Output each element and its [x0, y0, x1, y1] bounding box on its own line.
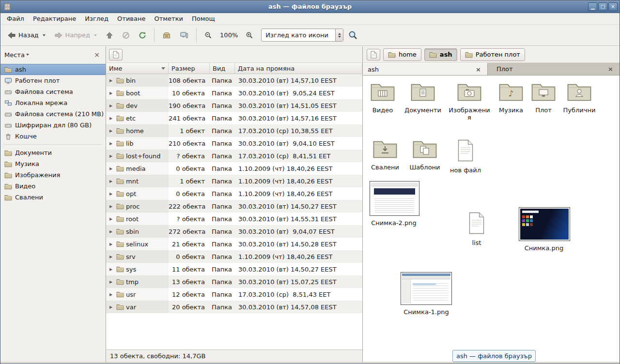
table-row[interactable]: ▶root? обектаПапка30.03.2010 (вт) 14,55,…	[106, 212, 362, 225]
sidebar-item[interactable]: ash	[0, 64, 106, 75]
table-row[interactable]: ▶home1 обектПапка17.03.2010 (ср) 10,38,5…	[106, 124, 362, 137]
zoom-out-button[interactable]	[201, 29, 216, 42]
expander-icon[interactable]: ▶	[109, 179, 114, 183]
path-button-ash[interactable]: ash	[424, 48, 457, 61]
expander-icon[interactable]: ▶	[109, 305, 114, 309]
back-button[interactable]: Назад	[3, 29, 49, 42]
table-row[interactable]: ▶bin108 обектаПапка30.03.2010 (вт) 14,57…	[106, 74, 362, 87]
table-row[interactable]: ▶selinux21 обектаПапка30.03.2010 (вт) 14…	[106, 238, 362, 250]
table-row[interactable]: ▶var20 обектаПапка30.03.2010 (вт) 14,57,…	[106, 301, 362, 313]
table-row[interactable]: ▶usr12 обектаПапка17.03.2010 (ср) 8,51,4…	[106, 288, 362, 301]
expander-icon[interactable]: ▶	[109, 292, 114, 297]
menu-item-bookmarks[interactable]: Отметки	[150, 14, 187, 24]
tab-close-icon[interactable]: ×	[474, 66, 482, 73]
sidebar-item[interactable]: Файлова система (210 MB)	[0, 108, 106, 120]
tab-plot[interactable]: Плот ×	[488, 63, 620, 75]
expander-icon[interactable]: ▶	[109, 217, 114, 221]
expander-icon[interactable]: ▶	[109, 242, 114, 246]
table-row[interactable]: ▶sbin272 обектаПапка30.03.2010 (вт) 9,04…	[106, 225, 362, 238]
menu-item-edit[interactable]: Редактиране	[29, 14, 80, 24]
sidebar-item[interactable]: Файлова система	[0, 86, 106, 97]
menu-item-go[interactable]: Отиване	[113, 14, 150, 24]
table-row[interactable]: ▶tmp13 обектаПапка30.03.2010 (вт) 15,07,…	[106, 275, 362, 288]
view-mode-select[interactable]: Изглед като икони	[261, 29, 343, 42]
stop-button[interactable]	[118, 29, 134, 42]
icon-view-item[interactable]: list	[460, 212, 494, 246]
sidebar-dropdown-icon[interactable]	[26, 54, 29, 56]
sidebar-item[interactable]: Кошче	[0, 131, 106, 142]
table-row[interactable]: ▶etc241 обектаПапка30.03.2010 (вт) 14,57…	[106, 112, 362, 124]
location-toggle-button[interactable]	[109, 49, 123, 61]
reload-button[interactable]	[135, 29, 150, 42]
back-dropdown-icon[interactable]	[43, 34, 46, 36]
expander-icon[interactable]: ▶	[109, 154, 114, 158]
column-modified[interactable]: Дата на промяна	[235, 63, 362, 74]
home-button[interactable]	[158, 29, 175, 42]
sidebar-header[interactable]: Места ×	[0, 46, 106, 63]
sidebar-item[interactable]: Работен плот	[0, 75, 106, 86]
table-row[interactable]: ▶media0 обектаПапка1.10.2009 (чт) 18,40,…	[106, 162, 362, 175]
table-row[interactable]: ▶lib210 обектаПапка30.03.2010 (вт) 9,04,…	[106, 137, 362, 150]
expander-icon[interactable]: ▶	[109, 229, 114, 234]
close-button[interactable]: ×	[608, 2, 618, 11]
expander-icon[interactable]: ▶	[109, 129, 114, 133]
titlebar[interactable]: ash — файлов браузър ▁ □ ×	[0, 0, 620, 13]
expander-icon[interactable]: ▶	[109, 91, 114, 95]
sidebar-item[interactable]: Локална мрежа	[0, 97, 106, 108]
computer-button[interactable]	[176, 29, 192, 42]
location-toggle-button[interactable]	[367, 49, 380, 61]
search-button[interactable]	[344, 28, 362, 43]
expander-icon[interactable]: ▶	[109, 104, 114, 108]
tab-ash[interactable]: ash ×	[363, 63, 488, 75]
sidebar-item[interactable]: Свалени	[0, 192, 106, 203]
expander-icon[interactable]: ▶	[109, 116, 114, 121]
expander-icon[interactable]: ▶	[109, 192, 114, 196]
icon-view-item[interactable]: Снимка-2.png	[370, 181, 418, 227]
icon-view-item[interactable]: Свалени	[368, 138, 403, 171]
expander-icon[interactable]: ▶	[109, 78, 114, 83]
icon-view-item[interactable]: Изображения	[448, 81, 491, 121]
table-row[interactable]: ▶opt0 обектаПапка1.10.2009 (чт) 18,40,26…	[106, 187, 362, 200]
menu-item-help[interactable]: Помощ	[187, 14, 219, 24]
maximize-button[interactable]: □	[598, 2, 607, 11]
icon-view[interactable]: ВидеоДокументиИзображения♪МузикаПлотПубл…	[363, 76, 620, 362]
sidebar-item[interactable]: Шифриран дял (80 GB)	[0, 120, 106, 131]
table-row[interactable]: ▶lost+found? обектаПапка17.03.2010 (ср) …	[106, 150, 362, 162]
icon-view-item[interactable]: Видео	[365, 81, 400, 114]
column-type[interactable]: Вид	[210, 63, 235, 74]
path-button-home[interactable]: home	[383, 48, 421, 61]
sidebar-item[interactable]: Видео	[0, 181, 106, 192]
table-row[interactable]: ▶dev190 обектаПапка30.03.2010 (вт) 14,51…	[106, 99, 362, 112]
expander-icon[interactable]: ▶	[109, 141, 114, 146]
menu-item-file[interactable]: Файл	[2, 14, 29, 24]
icon-view-item[interactable]: Снимка.png	[519, 207, 569, 252]
table-row[interactable]: ▶proc222 обектаПапка30.03.2010 (вт) 14,5…	[106, 200, 362, 212]
sidebar-item[interactable]: Изображения	[0, 169, 106, 181]
column-name[interactable]: Име	[106, 63, 169, 74]
forward-button[interactable]: Напред	[50, 29, 101, 42]
icon-view-item[interactable]: Документи	[403, 81, 442, 114]
path-button-desktop[interactable]: Работен плот	[460, 48, 525, 61]
minimize-button[interactable]: ▁	[588, 2, 597, 11]
icon-view-item[interactable]: ♪Музика	[493, 81, 529, 114]
table-row[interactable]: ▶sys11 обектаПапка30.03.2010 (вт) 14,50,…	[106, 263, 362, 275]
table-row[interactable]: ▶mnt1 обектПапка1.10.2009 (чт) 18,40,26 …	[106, 175, 362, 187]
expander-icon[interactable]: ▶	[109, 255, 114, 259]
icon-view-item[interactable]: Снимка-1.png	[401, 272, 452, 316]
sidebar-item[interactable]: Документи	[0, 147, 106, 158]
up-button[interactable]	[102, 29, 117, 42]
menu-item-view[interactable]: Изглед	[80, 14, 113, 24]
icon-view-item[interactable]: нов файл	[447, 139, 484, 174]
column-size[interactable]: Размер	[169, 63, 210, 74]
table-row[interactable]: ▶srv0 обектаПапка1.10.2009 (чт) 18,40,26…	[106, 250, 362, 263]
view-mode-stepper[interactable]	[335, 29, 343, 41]
icon-view-item[interactable]: Плот	[527, 81, 559, 114]
expander-icon[interactable]: ▶	[109, 267, 114, 272]
expander-icon[interactable]: ▶	[109, 204, 114, 209]
tab-close-icon[interactable]: ×	[606, 65, 615, 73]
table-row[interactable]: ▶boot10 обектаПапка30.03.2010 (вт) 9,05,…	[106, 87, 362, 99]
sidebar-item[interactable]: Музика	[0, 158, 106, 169]
icon-view-item[interactable]: Публични	[560, 81, 598, 114]
expander-icon[interactable]: ▶	[109, 167, 114, 171]
icon-view-item[interactable]: Шаблони	[407, 138, 442, 171]
